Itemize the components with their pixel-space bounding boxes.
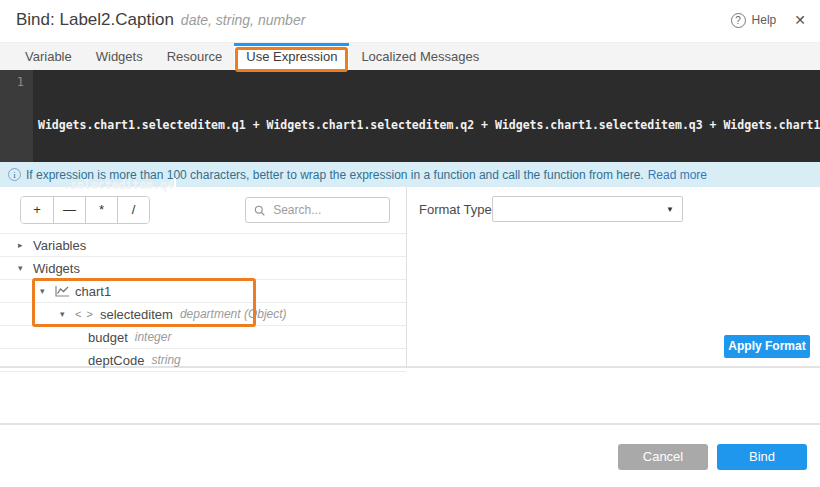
search-icon	[254, 204, 265, 217]
tree-row-widgets[interactable]: ▾ Widgets	[0, 257, 406, 280]
dialog-header: Bind: Label2.Captiondate, string, number…	[0, 0, 820, 42]
header-actions: ? Help ✕	[731, 12, 806, 28]
chevron-right-icon[interactable]: ▸	[18, 240, 33, 250]
tree-row-deptcode[interactable]: deptCode string	[0, 349, 406, 372]
binding-tree: ▸ Variables ▾ Widgets ▾ chart1 ▾ < >	[0, 233, 406, 366]
tree-node-type: string	[151, 353, 180, 367]
help-label[interactable]: Help	[752, 13, 777, 27]
tab-widgets[interactable]: Widgets	[84, 43, 155, 70]
search-input[interactable]	[271, 202, 381, 218]
tree-label: deptCode	[88, 353, 144, 368]
tree-row-variables[interactable]: ▸ Variables	[0, 234, 406, 257]
object-brackets-icon: < >	[75, 308, 94, 320]
chevron-down-icon[interactable]: ▾	[40, 286, 55, 296]
format-type-label: Format Type	[419, 202, 492, 217]
multiply-operator-button[interactable]: *	[85, 197, 117, 223]
bind-dialog: Bind: Label2.Captiondate, string, number…	[0, 0, 820, 487]
dialog-subtitle: date, string, number	[181, 12, 306, 28]
dialog-footer: Cancel Bind	[0, 423, 820, 485]
plus-operator-button[interactable]: +	[21, 197, 53, 223]
dialog-title-text: Bind: Label2.Caption	[16, 10, 174, 29]
line-number: 1	[17, 75, 24, 89]
chevron-down-icon[interactable]: ▾	[60, 309, 75, 319]
chart-icon	[55, 285, 70, 297]
search-box[interactable]	[245, 197, 390, 223]
tab-use-expression-label: Use Expression	[246, 49, 337, 64]
main-panels: + — * / ▸ Variables ▾ Widgets	[0, 187, 820, 368]
tab-resource[interactable]: Resource	[155, 43, 235, 70]
tree-node-type: integer	[135, 330, 172, 344]
tab-localized-messages[interactable]: Localized Messages	[349, 43, 491, 70]
code-line-1: Widgets.chart1.selecteditem.q1 + Widgets…	[38, 115, 820, 135]
tree-label: Widgets	[33, 261, 80, 276]
tab-use-expression[interactable]: Use Expression	[234, 43, 349, 70]
format-panel: Format Type ▼ Apply Format	[406, 187, 820, 366]
dropdown-arrow-icon: ▼	[666, 205, 674, 214]
chevron-down-icon[interactable]: ▾	[18, 263, 33, 273]
spacer	[0, 368, 820, 423]
tab-variable[interactable]: Variable	[13, 43, 84, 70]
tree-label: selecteditem	[100, 307, 173, 322]
apply-format-button[interactable]: Apply Format	[724, 335, 810, 358]
tree-node-type: department (Object)	[180, 307, 287, 321]
tab-bar: Variable Widgets Resource Use Expression…	[0, 42, 820, 70]
format-type-select[interactable]: ▼	[492, 196, 683, 222]
editor-gutter: 1	[0, 70, 33, 162]
close-icon[interactable]: ✕	[794, 12, 806, 28]
active-tab-indicator	[234, 43, 349, 46]
expression-code-editor[interactable]: 1 Widgets.chart1.selecteditem.q1 + Widge…	[0, 70, 820, 162]
tree-label: budget	[88, 330, 128, 345]
operator-button-group: + — * /	[20, 196, 150, 224]
minus-operator-button[interactable]: —	[53, 197, 85, 223]
expression-tree-panel: + — * / ▸ Variables ▾ Widgets	[0, 187, 406, 366]
help-icon[interactable]: ?	[731, 13, 746, 28]
divide-operator-button[interactable]: /	[117, 197, 149, 223]
bind-button[interactable]: Bind	[717, 444, 807, 470]
operator-toolbar: + — * /	[0, 187, 406, 233]
cancel-button[interactable]: Cancel	[618, 444, 708, 470]
tree-row-selecteditem[interactable]: ▾ < > selecteditem department (Object)	[0, 303, 406, 326]
page-title: Bind: Label2.Captiondate, string, number	[16, 10, 305, 30]
tree-label: chart1	[75, 284, 111, 299]
tree-row-budget[interactable]: budget integer	[0, 326, 406, 349]
info-icon: i	[8, 168, 21, 181]
tree-label: Variables	[33, 238, 86, 253]
tree-row-chart1[interactable]: ▾ chart1	[0, 280, 406, 303]
